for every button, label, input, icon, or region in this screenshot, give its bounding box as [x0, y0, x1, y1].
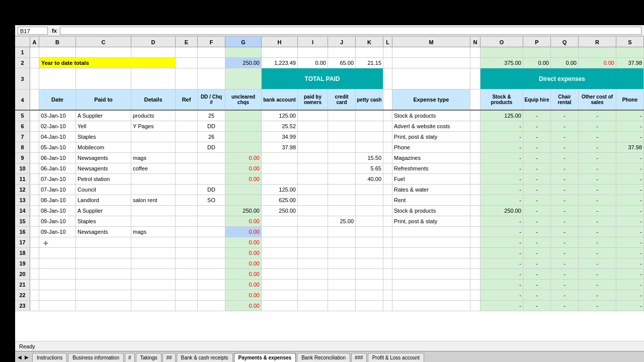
- row-4-headers: 4 Date Paid to Details Ref DD / Chq # un…: [15, 89, 644, 111]
- col-header-a[interactable]: A: [30, 37, 39, 47]
- tab-bank-recon[interactable]: Bank Reconciliation: [297, 353, 350, 362]
- header-dd-chq: DD / Chq #: [198, 89, 225, 110]
- header-ref: Ref: [176, 89, 198, 110]
- col-header-k[interactable]: K: [356, 37, 383, 47]
- table-row[interactable]: 17 ✛ 0.00 - - - - - -: [15, 237, 644, 248]
- status-text: Ready: [19, 343, 35, 349]
- col-header-s[interactable]: S: [616, 37, 644, 47]
- col-header-r[interactable]: R: [579, 37, 616, 47]
- header-uncleared: uncleared chqs: [225, 89, 262, 110]
- tab-payments[interactable]: Payments & expenses: [234, 353, 296, 362]
- header-petty: petty cash: [356, 89, 383, 110]
- table-row[interactable]: 7 04-Jan-10 Staples 26 34.99 Print, post…: [15, 132, 644, 142]
- table-row[interactable]: 18 0.00 - - - - - -: [15, 248, 644, 258]
- row2-i: 0.00: [298, 58, 328, 68]
- header-credit: credit card: [328, 89, 356, 110]
- spreadsheet-main: A B C D E F G H I J K L M N O P Q R S T …: [15, 36, 644, 341]
- header-other: Other cost of sales: [579, 89, 616, 110]
- col-header-q[interactable]: Q: [551, 37, 579, 47]
- header-equip: Equip hire: [523, 89, 551, 110]
- table-row[interactable]: 16 09-Jan-10 Newsagents mags 0.00 - - - …: [15, 227, 644, 237]
- formula-equals: fx: [52, 28, 57, 34]
- tab-scroll-left[interactable]: ◀: [16, 353, 23, 362]
- tab-profit-loss[interactable]: Profit & Loss account: [368, 353, 425, 362]
- col-header-j[interactable]: J: [328, 37, 356, 47]
- col-header-e[interactable]: E: [176, 37, 198, 47]
- row2-r: 0.00: [579, 58, 616, 68]
- table-row[interactable]: 15 09-Jan-10 Staples 0.00 25.00 Print, p…: [15, 216, 644, 227]
- col-header-p[interactable]: P: [523, 37, 551, 47]
- row2-j: 65.00: [328, 58, 356, 68]
- row2-q: 0.00: [551, 58, 579, 68]
- table-row[interactable]: 11 07-Jan-10 Petrol station 0.00 40.00 F…: [15, 174, 644, 185]
- col-header-l[interactable]: L: [383, 37, 392, 47]
- cell-ref-box[interactable]: B17: [18, 27, 48, 35]
- table-row[interactable]: 19 0.00 - - - - - -: [15, 258, 644, 269]
- col-header-m[interactable]: M: [392, 37, 470, 47]
- header-chair: Chair rental: [551, 89, 579, 110]
- table-row[interactable]: 13 08-Jan-10 Landlord salon rent SO 625.…: [15, 195, 644, 206]
- col-header-d[interactable]: D: [131, 37, 176, 47]
- direct-expenses-label: Direct expenses: [480, 68, 644, 89]
- table-row[interactable]: 12 07-Jan-10 Council DD 125.00 Rates & w…: [15, 185, 644, 195]
- col-header-n[interactable]: N: [470, 37, 480, 47]
- table-row[interactable]: 22 0.00 - - - - - -: [15, 290, 644, 301]
- header-date: Date: [39, 89, 76, 110]
- row2-h: 1,223.49: [262, 58, 298, 68]
- row2-o: 375.00: [480, 58, 523, 68]
- formula-content[interactable]: [60, 27, 641, 35]
- tab-hash3[interactable]: ###: [351, 353, 367, 362]
- header-expense-type: Expense type: [392, 89, 470, 110]
- col-header-c[interactable]: C: [76, 37, 131, 47]
- total-paid-label: TOTAL PAID: [262, 68, 383, 89]
- tab-hash2[interactable]: ##: [163, 353, 175, 362]
- col-header-b[interactable]: B: [39, 37, 76, 47]
- header-paid-by-owners: paid by owners: [298, 89, 328, 110]
- data-rows: 5 03-Jan-10 A Supplier products 25 125.0…: [15, 111, 644, 311]
- col-header-h[interactable]: H: [262, 37, 298, 47]
- header-bank: bank account: [262, 89, 298, 110]
- header-details: Details: [131, 89, 176, 110]
- row2-k: 21.15: [356, 58, 383, 68]
- table-row[interactable]: 14 08-Jan-10 A Supplier 250.00 250.00 St…: [15, 206, 644, 216]
- status-bar: Ready: [15, 341, 644, 351]
- tab-bar: ◀ ▶ Instructions Business information # …: [15, 351, 644, 362]
- row2-s: 37.98: [616, 58, 644, 68]
- row-1: 1: [15, 47, 644, 58]
- row2-p: 0.00: [523, 58, 551, 68]
- table-row[interactable]: 23 0.00 - - - - - -: [15, 301, 644, 311]
- col-header-f[interactable]: F: [198, 37, 225, 47]
- formula-bar: B17 fx: [15, 25, 644, 36]
- table-row[interactable]: 21 0.00 - - - - - -: [15, 280, 644, 290]
- table-row[interactable]: 20 0.00 - - - - - -: [15, 269, 644, 280]
- table-row[interactable]: 9 06-Jan-10 Newsagents mags 0.00 15.50 M…: [15, 153, 644, 163]
- tab-hash1[interactable]: #: [125, 353, 135, 362]
- col-header-row: A B C D E F G H I J K L M N O P Q R S T: [15, 36, 644, 47]
- col-header-i[interactable]: I: [298, 37, 328, 47]
- row2-g: 250.00: [225, 58, 262, 68]
- header-phone: Phone: [616, 89, 644, 110]
- col-header-o[interactable]: O: [480, 37, 523, 47]
- row-3: 3 TOTAL PAID Direct expenses: [15, 68, 644, 89]
- header-stock: Stock & products: [480, 89, 523, 110]
- tab-business-info[interactable]: Business information: [68, 353, 124, 362]
- table-row[interactable]: 8 05-Jan-10 Mobilecom DD 37.98 Phone - -…: [15, 142, 644, 153]
- row-2: 2 Year to date totals 250.00 1,223.49 0.…: [15, 58, 644, 68]
- top-left-corner: [0, 25, 15, 362]
- tab-instructions[interactable]: Instructions: [32, 353, 67, 362]
- table-row[interactable]: 5 03-Jan-10 A Supplier products 25 125.0…: [15, 111, 644, 121]
- col-header-rownum: [15, 37, 30, 47]
- table-row[interactable]: 10 06-Jan-10 Newsagents coffee 0.00 5.65…: [15, 163, 644, 174]
- tab-bank-cash[interactable]: Bank & cash receipts: [177, 353, 233, 362]
- year-to-date-label: Year to date totals: [39, 58, 176, 68]
- header-paid-to: Paid to: [76, 89, 131, 110]
- table-row[interactable]: 6 02-Jan-10 Yell Y Pages DD 25.52 Advert…: [15, 121, 644, 132]
- tab-scroll-right[interactable]: ▶: [23, 353, 30, 362]
- tab-takings[interactable]: Takings: [136, 353, 162, 362]
- col-header-g[interactable]: G: [225, 37, 262, 47]
